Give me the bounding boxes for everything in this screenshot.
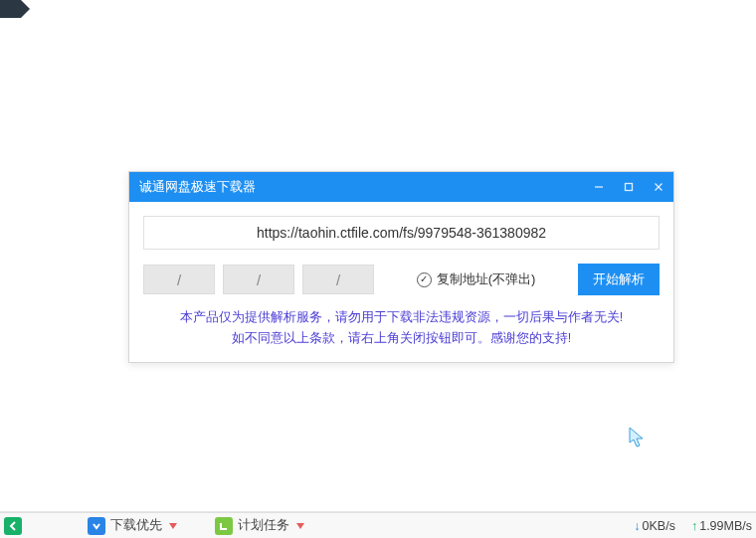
l-shape-icon [219, 521, 229, 531]
disclaimer-text: 本产品仅为提供解析服务，请勿用于下载非法违规资源，一切后果与作者无关! 如不同意… [143, 307, 660, 350]
upload-speed: ↑ 1.99MB/s [691, 519, 752, 533]
close-icon [654, 182, 663, 192]
upload-arrow-icon: ↑ [691, 519, 697, 533]
url-input[interactable] [143, 216, 660, 250]
downloader-dialog: 诚通网盘极速下载器 / / / ✓ 复制地址 [128, 171, 674, 363]
svg-rect-1 [626, 184, 633, 191]
slot-button-1[interactable]: / [143, 265, 215, 294]
dialog-titlebar[interactable]: 诚通网盘极速下载器 [129, 172, 673, 202]
chevron-down-icon [93, 521, 100, 531]
download-speed: ↓ 0KB/s [634, 519, 675, 533]
download-arrow-icon: ↓ [634, 519, 640, 533]
maximize-icon [624, 182, 634, 192]
download-priority-item[interactable]: 下载优先 [88, 517, 177, 535]
maximize-button[interactable] [614, 172, 644, 202]
dropdown-indicator-icon [296, 523, 304, 529]
status-badge-blue [88, 517, 105, 535]
scheduled-task-label: 计划任务 [238, 517, 289, 534]
minimize-icon [594, 182, 604, 192]
checkbox-label: 复制地址(不弹出) [437, 270, 536, 288]
download-speed-value: 0KB/s [643, 519, 675, 533]
copy-address-checkbox[interactable]: ✓ 复制地址(不弹出) [382, 270, 570, 288]
statusbar-left: 下载优先 计划任务 [4, 517, 304, 535]
download-priority-label: 下载优先 [110, 517, 162, 534]
start-parse-button[interactable]: 开始解析 [578, 264, 660, 295]
dropdown-indicator-icon [169, 523, 177, 529]
statusbar-right: ↓ 0KB/s ↑ 1.99MB/s [634, 519, 752, 533]
disclaimer-line-1: 本产品仅为提供解析服务，请勿用于下载非法违规资源，一切后果与作者无关! [143, 307, 660, 328]
upload-speed-value: 1.99MB/s [699, 519, 752, 533]
window-controls [584, 172, 673, 202]
cursor-icon [629, 427, 647, 448]
disclaimer-line-2: 如不同意以上条款，请右上角关闭按钮即可。感谢您的支持! [143, 328, 660, 349]
close-button[interactable] [644, 172, 673, 202]
slot-button-3[interactable]: / [302, 265, 374, 294]
scheduled-task-item[interactable]: 计划任务 [215, 517, 304, 535]
chevron-left-icon [9, 521, 17, 531]
minimize-button[interactable] [584, 172, 614, 202]
status-badge-lightgreen [215, 517, 233, 535]
controls-row: / / / ✓ 复制地址(不弹出) 开始解析 [143, 264, 660, 295]
check-circle-icon: ✓ [417, 272, 432, 287]
status-bar: 下载优先 计划任务 ↓ 0KB/s ↑ 1.99MB/s [0, 512, 756, 538]
main-content-area: 诚通网盘极速下载器 / / / ✓ 复制地址 [21, 0, 756, 512]
dialog-body: / / / ✓ 复制地址(不弹出) 开始解析 本产品仅为提供解析服务，请勿用于下… [129, 202, 673, 362]
dialog-title: 诚通网盘极速下载器 [139, 178, 256, 196]
status-badge-green[interactable] [4, 517, 22, 535]
slot-button-2[interactable]: / [223, 265, 294, 294]
sidebar-collapsed-tab[interactable] [0, 0, 21, 18]
